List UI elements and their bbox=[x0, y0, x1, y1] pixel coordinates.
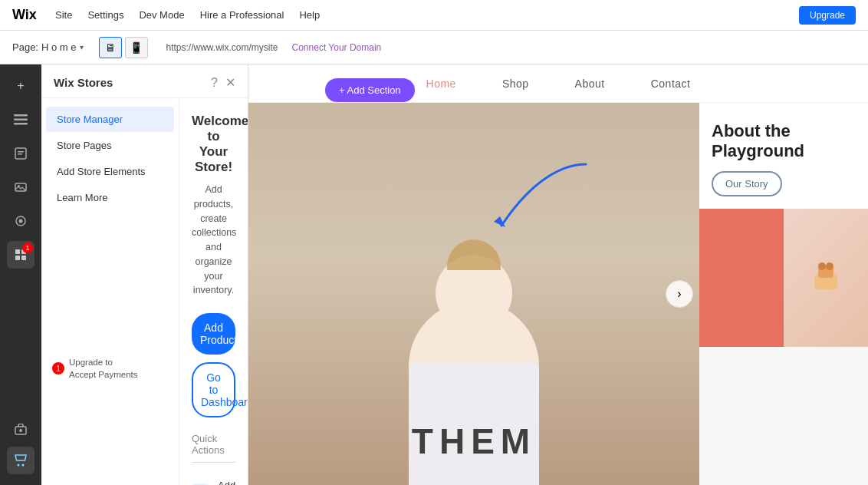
about-title: About the Playground bbox=[712, 121, 856, 162]
page-name: H o m e bbox=[41, 41, 77, 53]
panel-title: Wix Stores bbox=[54, 76, 113, 89]
about-img-toy bbox=[784, 209, 868, 347]
top-bar-right: Upgrade bbox=[799, 6, 856, 25]
hero-next-arrow[interactable]: › bbox=[666, 280, 693, 308]
quick-action-payment[interactable]: Add Payment Methods › bbox=[192, 472, 235, 485]
page-selector[interactable]: Page: H o m e ▾ bbox=[12, 41, 84, 53]
our-story-button[interactable]: Our Story bbox=[712, 171, 782, 196]
stores-panel: Wix Stores ? ✕ Store Manager Store Pages… bbox=[41, 64, 248, 485]
main-area: + bbox=[0, 64, 868, 485]
sidebar-add-icon[interactable]: + bbox=[7, 72, 35, 100]
sidebar-pages-icon[interactable] bbox=[7, 140, 35, 167]
panel-content: Welcome to Your Store! Add products, cre… bbox=[179, 98, 248, 485]
site-nav-home[interactable]: Home bbox=[426, 78, 456, 90]
sidebar-store-icon[interactable] bbox=[7, 447, 35, 474]
svg-rect-5 bbox=[18, 151, 24, 153]
upgrade-payments-link[interactable]: 1 Upgrade toAccept Payments bbox=[41, 348, 179, 388]
hero-image-area: THEM › bbox=[248, 103, 699, 485]
menu-dev-mode[interactable]: Dev Mode bbox=[139, 9, 184, 21]
wix-logo: Wix bbox=[12, 5, 40, 25]
svg-text:Wix: Wix bbox=[12, 7, 37, 22]
page-label: Page: bbox=[12, 41, 38, 53]
svg-rect-13 bbox=[15, 256, 20, 260]
svg-point-10 bbox=[19, 219, 23, 223]
second-bar: Page: H o m e ▾ 🖥 📱 https://www.wix.com/… bbox=[0, 31, 868, 64]
about-img-orange bbox=[699, 209, 784, 347]
mobile-view-button[interactable]: 📱 bbox=[125, 37, 148, 58]
nav-store-manager[interactable]: Store Manager bbox=[46, 107, 174, 132]
svg-point-16 bbox=[19, 429, 22, 432]
panel-help-icon[interactable]: ? bbox=[211, 76, 218, 90]
panel-header-icons: ? ✕ bbox=[211, 75, 235, 90]
sidebar-upgrade-icon[interactable] bbox=[7, 416, 35, 444]
site-nav-contact[interactable]: Contact bbox=[651, 78, 691, 90]
sidebar-icons: + bbox=[0, 64, 41, 485]
canvas-area: + Add Section Home Shop About Contact bbox=[248, 64, 868, 485]
top-menu-items: Site Settings Dev Mode Hire a Profession… bbox=[55, 9, 320, 21]
connect-domain-link[interactable]: Connect Your Domain bbox=[292, 42, 382, 53]
hero-right-panel: About the Playground Our Story bbox=[699, 103, 868, 485]
url-display: https://www.wix.com/mysite bbox=[166, 42, 278, 53]
upgrade-label: Upgrade toAccept Payments bbox=[69, 356, 137, 381]
panel-header: Wix Stores ? ✕ bbox=[41, 64, 248, 98]
top-menu-bar: Wix Site Settings Dev Mode Hire a Profes… bbox=[0, 0, 868, 31]
svg-rect-2 bbox=[14, 119, 28, 121]
svg-point-28 bbox=[826, 262, 833, 270]
page-chevron-icon: ▾ bbox=[80, 43, 84, 51]
svg-point-18 bbox=[22, 464, 25, 467]
about-image-strip bbox=[699, 209, 868, 347]
sidebar-paint-icon[interactable] bbox=[7, 207, 35, 235]
panel-nav: Store Manager Store Pages Add Store Elem… bbox=[41, 98, 179, 485]
svg-rect-1 bbox=[14, 114, 28, 117]
panel-close-icon[interactable]: ✕ bbox=[225, 75, 235, 90]
about-card: About the Playground Our Story bbox=[699, 103, 868, 209]
menu-hire-pro[interactable]: Hire a Professional bbox=[200, 9, 284, 21]
add-products-button[interactable]: Add Products bbox=[192, 313, 235, 355]
site-preview: Home Shop About Contact bbox=[248, 64, 868, 485]
svg-point-27 bbox=[818, 262, 826, 270]
site-nav-about[interactable]: About bbox=[575, 78, 605, 90]
svg-point-17 bbox=[18, 464, 20, 467]
site-nav-shop[interactable]: Shop bbox=[502, 78, 529, 90]
nav-add-store-elements[interactable]: Add Store Elements bbox=[46, 159, 174, 184]
quick-actions-title: Quick Actions bbox=[192, 433, 235, 463]
hero-overlay-text: THEM bbox=[248, 421, 699, 462]
upgrade-button[interactable]: Upgrade bbox=[799, 6, 856, 25]
panel-body: Store Manager Store Pages Add Store Elem… bbox=[41, 98, 248, 485]
add-section-label: + Add Section bbox=[339, 84, 401, 96]
sidebar-media-icon[interactable] bbox=[7, 173, 35, 201]
sidebar-apps-icon[interactable]: 1 bbox=[7, 241, 35, 269]
add-section-button[interactable]: + Add Section bbox=[325, 78, 415, 102]
device-buttons: 🖥 📱 bbox=[99, 37, 148, 58]
menu-settings[interactable]: Settings bbox=[87, 9, 123, 21]
svg-rect-14 bbox=[21, 256, 26, 260]
upgrade-badge: 1 bbox=[52, 362, 64, 374]
menu-help[interactable]: Help bbox=[299, 9, 320, 21]
svg-rect-3 bbox=[14, 123, 28, 125]
sidebar-layers-icon[interactable] bbox=[7, 106, 35, 134]
svg-rect-11 bbox=[15, 249, 20, 254]
nav-learn-more[interactable]: Learn More bbox=[46, 185, 174, 210]
go-to-dashboard-button[interactable]: Go to Dashboard bbox=[192, 362, 235, 417]
payment-label: Add Payment Methods bbox=[218, 480, 248, 485]
svg-rect-6 bbox=[18, 153, 22, 155]
welcome-desc: Add products, create collections and org… bbox=[192, 183, 235, 298]
nav-store-pages[interactable]: Store Pages bbox=[46, 133, 174, 158]
site-hero: THEM › About the Playground Our Story bbox=[248, 103, 868, 485]
menu-site[interactable]: Site bbox=[55, 9, 72, 21]
desktop-view-button[interactable]: 🖥 bbox=[99, 37, 122, 58]
welcome-title: Welcome to Your Store! bbox=[192, 114, 235, 175]
